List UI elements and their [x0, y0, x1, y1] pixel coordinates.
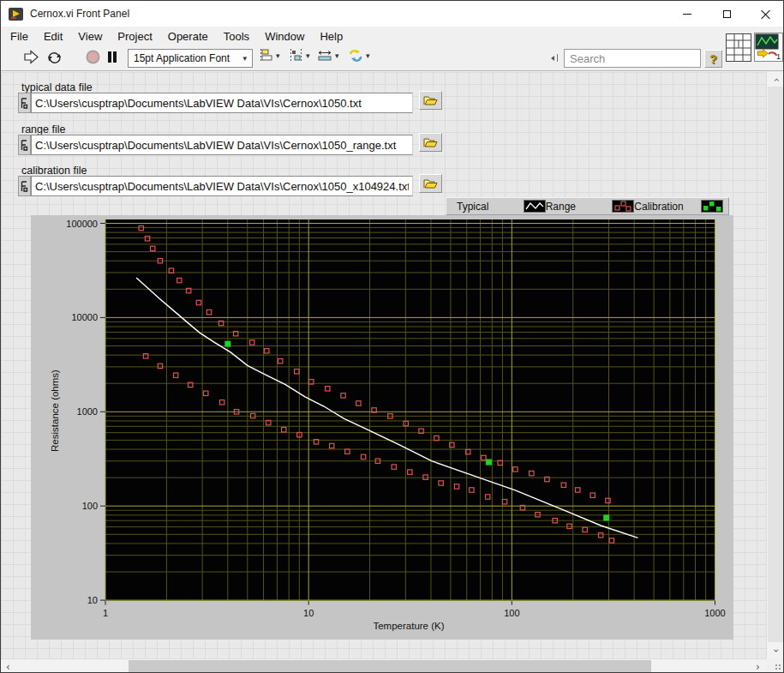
horizontal-scrollbar-thumb[interactable]	[129, 660, 651, 673]
chevron-down-icon: ▾	[242, 54, 247, 63]
pause-icon	[106, 49, 118, 65]
search-input[interactable]	[565, 52, 726, 65]
resize-objects-icon	[318, 49, 332, 62]
folder-icon	[423, 95, 438, 105]
grid-icon	[726, 33, 751, 62]
legend-label: Range	[546, 201, 576, 213]
maximize-icon	[723, 10, 731, 18]
front-panel: typical data file range file	[1, 72, 766, 658]
chevron-left-icon: ‹	[6, 661, 10, 673]
calibration-file-control	[18, 176, 413, 196]
chevron-down-icon: ▾	[306, 51, 310, 60]
resize-objects-button[interactable]: ▾	[318, 49, 339, 62]
vertical-scrollbar-thumb[interactable]	[768, 87, 784, 642]
legend-entry-range[interactable]: Range	[546, 200, 635, 213]
typical-data-file-control	[18, 93, 413, 113]
chevron-down-icon: ▾	[276, 51, 280, 60]
svg-text:10: 10	[303, 608, 314, 618]
svg-text:10: 10	[87, 595, 98, 605]
horizontal-scrollbar[interactable]: ‹ ›	[1, 658, 766, 673]
scroll-left-button[interactable]: ‹	[1, 659, 15, 673]
distribute-objects-icon	[289, 49, 303, 62]
vi-count-badge: 1	[776, 52, 781, 61]
typical-data-file-label: typical data file	[21, 81, 93, 93]
abort-icon	[85, 49, 101, 65]
svg-text:100: 100	[504, 608, 519, 618]
close-button[interactable]	[745, 1, 784, 27]
run-continuously-button[interactable]	[45, 49, 63, 65]
titlebar: Cernox.vi Front Panel	[1, 1, 783, 27]
resize-grip-icon[interactable]	[775, 664, 782, 671]
chevron-right-icon: ›	[756, 661, 760, 673]
minimize-icon	[683, 14, 691, 15]
menu-project[interactable]: Project	[110, 27, 159, 45]
range-file-browse-button[interactable]	[419, 133, 442, 152]
help-button[interactable]: ?	[704, 50, 722, 68]
svg-text:Resistance (ohms): Resistance (ohms)	[50, 370, 60, 452]
maximize-button[interactable]	[707, 1, 746, 27]
legend-label: Calibration	[634, 201, 683, 213]
search-expand-arrow[interactable]	[551, 54, 558, 62]
scroll-up-button[interactable]: ›	[767, 72, 784, 87]
align-objects-button[interactable]: ▾	[259, 49, 280, 62]
labview-app-icon	[9, 8, 23, 21]
typical-line-swatch[interactable]	[524, 200, 546, 213]
path-type-icon	[18, 176, 31, 196]
run-arrow-icon	[23, 49, 39, 65]
align-objects-icon	[259, 49, 273, 62]
menu-window[interactable]: Window	[257, 27, 312, 45]
svg-text:1: 1	[103, 608, 108, 618]
svg-text:1000: 1000	[704, 608, 725, 618]
menu-help[interactable]: Help	[312, 27, 350, 45]
menubar: File Edit View Project Operate Tools Win…	[1, 27, 783, 46]
search-box	[564, 49, 701, 68]
reorder-objects-icon	[348, 49, 363, 63]
chevron-down-icon: ▾	[366, 51, 370, 60]
help-icon: ?	[709, 52, 717, 66]
typical-data-file-browse-button[interactable]	[419, 91, 442, 110]
scroll-right-button[interactable]: ›	[751, 659, 765, 673]
vertical-scrollbar[interactable]: › ›	[766, 72, 784, 658]
range-file-control	[18, 135, 413, 155]
chevron-down-icon: ›	[770, 648, 782, 652]
calibration-file-input[interactable]	[31, 176, 413, 196]
svg-text:100: 100	[82, 501, 98, 511]
folder-icon	[423, 178, 438, 189]
svg-text:10000: 10000	[71, 312, 98, 322]
close-icon	[761, 9, 770, 19]
distribute-objects-button[interactable]: ▾	[289, 49, 310, 62]
legend-entry-typical[interactable]: Typical	[457, 200, 546, 213]
menu-view[interactable]: View	[70, 27, 110, 45]
window-title: Cernox.vi Front Panel	[30, 8, 129, 20]
reorder-objects-button[interactable]: ▾	[348, 49, 370, 63]
path-type-icon	[18, 93, 31, 113]
calibration-file-browse-button[interactable]	[419, 174, 442, 193]
labview-front-panel-window: Cernox.vi Front Panel File Edit View Pro…	[0, 0, 784, 673]
typical-data-file-input[interactable]	[31, 93, 413, 113]
menu-file[interactable]: File	[3, 27, 36, 45]
calibration-file-label: calibration file	[21, 165, 87, 177]
alignment-grid-button[interactable]	[726, 33, 751, 65]
path-type-icon	[18, 135, 31, 155]
font-selector-value: 15pt Application Font	[134, 52, 242, 64]
calibration-points-swatch[interactable]	[701, 200, 723, 213]
folder-icon	[423, 137, 438, 147]
scroll-down-button[interactable]: ›	[767, 643, 784, 658]
menu-edit[interactable]: Edit	[36, 27, 70, 45]
run-button[interactable]	[23, 49, 39, 65]
minimize-button[interactable]	[667, 1, 707, 27]
menu-tools[interactable]: Tools	[216, 27, 257, 45]
font-selector[interactable]: 15pt Application Font ▾	[128, 49, 253, 68]
menu-operate[interactable]: Operate	[160, 27, 216, 45]
resistance-vs-temperature-plot[interactable]: 110100100010100100010000100000Temperatur…	[31, 215, 733, 640]
legend-entry-calibration[interactable]: Calibration	[634, 200, 723, 213]
range-points-swatch[interactable]	[612, 200, 634, 213]
vi-icon[interactable]: 1	[754, 33, 783, 62]
pause-button[interactable]	[106, 49, 118, 65]
range-file-input[interactable]	[31, 135, 413, 155]
xy-graph[interactable]: 110100100010100100010000100000Temperatur…	[31, 215, 733, 640]
svg-text:Temperature (K): Temperature (K)	[373, 621, 444, 631]
abort-button[interactable]	[85, 49, 101, 65]
range-file-label: range file	[21, 123, 65, 135]
scrollbar-corner	[766, 658, 784, 673]
